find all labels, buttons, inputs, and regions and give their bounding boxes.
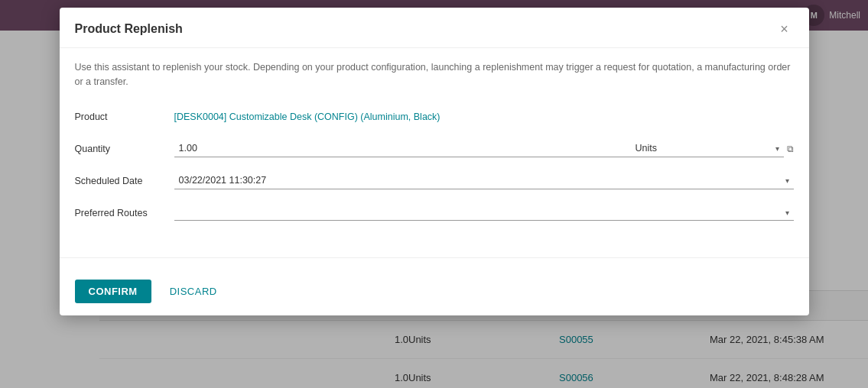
chevron-down-icon: ▾ [775,144,779,153]
form-row-scheduled-date: Scheduled Date 03/22/2021 11:30:27 ▾ [75,169,794,193]
form-row-quantity: Quantity Units ▾ ⧉ [75,137,794,161]
scheduled-date-chevron-icon: ▾ [785,176,789,185]
quantity-value-group: Units ▾ ⧉ [174,140,794,157]
scheduled-date-display: 03/22/2021 11:30:27 [179,175,785,186]
modal-description: Use this assistant to replenish your sto… [75,60,794,89]
product-label: Product [75,112,174,122]
quantity-input[interactable] [174,140,631,157]
modal-overlay: Product Replenish × Use this assistant t… [0,0,868,388]
modal-close-button[interactable]: × [775,20,794,38]
quantity-label: Quantity [75,144,174,154]
discard-button[interactable]: DISCARD [161,280,226,303]
modal-footer: CONFIRM DISCARD [60,270,809,315]
form-row-product: Product [DESK0004] Customizable Desk (CO… [75,105,794,129]
quantity-input-wrap [174,140,631,157]
scheduled-date-select[interactable]: 03/22/2021 11:30:27 ▾ [174,172,794,189]
preferred-routes-value: ▾ [174,205,794,221]
external-link-icon[interactable]: ⧉ [787,144,794,154]
preferred-routes-select[interactable]: ▾ [174,205,794,221]
modal-body: Use this assistant to replenish your sto… [60,48,809,245]
preferred-routes-chevron-icon: ▾ [785,209,789,217]
units-select-value: Units [636,143,772,154]
modal-header: Product Replenish × [60,8,809,48]
modal-title: Product Replenish [75,22,183,36]
scheduled-date-value: 03/22/2021 11:30:27 ▾ [174,172,794,189]
modal-divider [60,257,809,258]
product-link[interactable]: [DESK0004] Customizable Desk (CONFIG) (A… [174,112,441,122]
units-select-wrap[interactable]: Units ▾ [631,140,784,157]
product-value: [DESK0004] Customizable Desk (CONFIG) (A… [174,112,794,122]
confirm-button[interactable]: CONFIRM [75,280,151,303]
form-row-preferred-routes: Preferred Routes ▾ [75,201,794,225]
scheduled-date-label: Scheduled Date [75,176,174,186]
product-replenish-modal: Product Replenish × Use this assistant t… [60,8,809,315]
preferred-routes-label: Preferred Routes [75,208,174,218]
